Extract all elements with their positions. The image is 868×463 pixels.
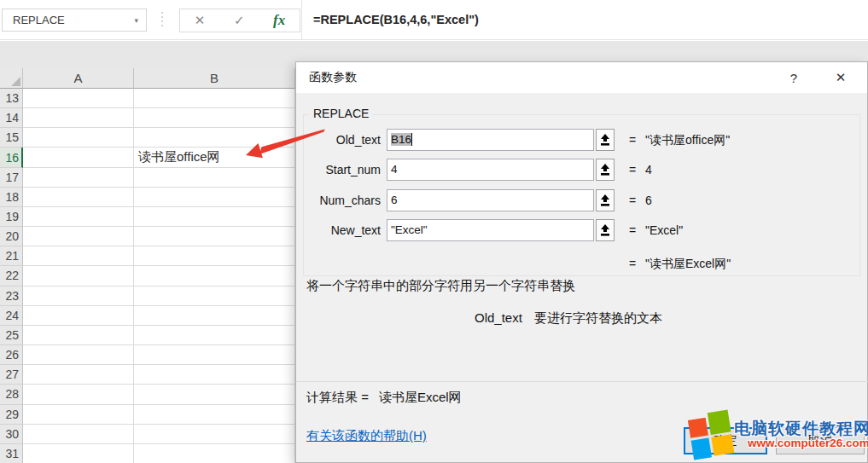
sheet-row-23: 23	[0, 286, 295, 306]
row-header-27[interactable]: 27	[0, 365, 23, 385]
cancel-entry-icon[interactable]: ✕	[195, 13, 206, 28]
cell-B31[interactable]	[134, 444, 295, 463]
row-header-25[interactable]: 25	[0, 326, 23, 345]
calc-result-line: 计算结果 =读书屋Excel网	[306, 390, 462, 406]
dialog-close-icon[interactable]: ✕	[829, 67, 853, 88]
num-chars-input[interactable]: 6	[387, 189, 594, 211]
cell-A21[interactable]	[23, 246, 134, 266]
cell-B21[interactable]	[134, 246, 295, 266]
cell-B13[interactable]	[134, 89, 295, 108]
row-header-16[interactable]: 16	[0, 148, 23, 167]
cell-A20[interactable]	[23, 227, 134, 246]
cell-A30[interactable]	[23, 425, 134, 444]
row-header-13[interactable]: 13	[0, 89, 23, 108]
cell-A31[interactable]	[23, 444, 134, 463]
cell-A23[interactable]	[23, 286, 134, 306]
cell-B23[interactable]	[134, 286, 295, 306]
row-header-20[interactable]: 20	[0, 227, 23, 246]
old-text-input[interactable]: B16	[387, 129, 594, 151]
name-box[interactable]: REPLACE ▾	[2, 9, 147, 32]
cell-A22[interactable]	[23, 266, 134, 286]
function-help-link[interactable]: 有关该函数的帮助(H)	[306, 428, 427, 444]
sheet-row-26: 26	[0, 345, 295, 365]
row-header-30[interactable]: 30	[0, 425, 23, 444]
start-num-input[interactable]: 4	[387, 159, 594, 181]
cell-A18[interactable]	[23, 188, 134, 207]
equals-sign: =	[629, 129, 641, 151]
row-header-15[interactable]: 15	[0, 128, 23, 148]
formula-bar: REPLACE ▾ ✕ ✓ fx =REPLACE(B16,4,6,"Excel…	[0, 0, 868, 40]
start-num-result: 4	[645, 159, 652, 181]
start-num-range-picker-button[interactable]	[596, 159, 615, 181]
formula-bar-drag-handle[interactable]	[161, 12, 163, 26]
row-header-31[interactable]: 31	[0, 444, 23, 463]
sheet-row-25: 25	[0, 326, 295, 345]
row-header-19[interactable]: 19	[0, 207, 23, 227]
cell-A28[interactable]	[23, 385, 134, 404]
cell-A14[interactable]	[23, 108, 134, 128]
column-header-B[interactable]: B	[134, 68, 295, 89]
cell-A15[interactable]	[23, 128, 134, 148]
row-header-21[interactable]: 21	[0, 246, 23, 266]
cell-A16[interactable]	[23, 148, 134, 167]
cell-A19[interactable]	[23, 207, 134, 227]
cell-A24[interactable]	[23, 306, 134, 326]
calc-result-value: 读书屋Excel网	[379, 390, 462, 404]
cell-A17[interactable]	[23, 168, 134, 188]
column-header-A[interactable]: A	[23, 68, 134, 89]
collapse-dialog-icon	[600, 224, 610, 237]
enter-entry-icon[interactable]: ✓	[234, 13, 245, 28]
cell-A27[interactable]	[23, 365, 134, 385]
row-header-18[interactable]: 18	[0, 188, 23, 207]
num-chars-range-picker-button[interactable]	[596, 189, 615, 211]
chevron-down-icon[interactable]: ▾	[134, 17, 138, 25]
cell-A25[interactable]	[23, 326, 134, 345]
cell-B22[interactable]	[134, 266, 295, 286]
new-text-range-picker-button[interactable]	[596, 219, 615, 241]
equals-sign: =	[629, 189, 641, 211]
dialog-titlebar[interactable]: 函数参数	[296, 62, 867, 93]
name-box-value: REPLACE	[13, 14, 65, 26]
row-header-14[interactable]: 14	[0, 108, 23, 128]
cell-B29[interactable]	[134, 405, 295, 425]
cell-B19[interactable]	[134, 207, 295, 227]
cancel-button[interactable]: 取消	[776, 427, 865, 454]
cell-A26[interactable]	[23, 345, 134, 365]
parameter-help: Old_text要进行字符替换的文本	[475, 310, 662, 327]
cell-B26[interactable]	[134, 345, 295, 365]
row-header-17[interactable]: 17	[0, 168, 23, 188]
parameter-name: Old_text	[475, 310, 522, 325]
sheet-row-13: 13	[0, 89, 295, 108]
old-text-range-picker-button[interactable]	[596, 129, 615, 151]
cell-A29[interactable]	[23, 405, 134, 425]
new-text-input[interactable]: "Excel"	[387, 219, 594, 241]
equals-sign: =	[629, 159, 641, 181]
row-header-26[interactable]: 26	[0, 345, 23, 365]
row-header-22[interactable]: 22	[0, 266, 23, 286]
num-chars-label: Num_chars	[301, 189, 381, 211]
row-header-29[interactable]: 29	[0, 405, 23, 425]
sheet-row-17: 17	[0, 168, 295, 188]
cell-B28[interactable]	[134, 385, 295, 404]
sheet-row-19: 19	[0, 207, 295, 227]
function-name-label: REPLACE	[309, 107, 373, 120]
formula-input[interactable]: =REPLACE(B16,4,6,"Excel")	[301, 0, 868, 39]
dialog-help-icon[interactable]: ?	[783, 67, 805, 88]
sheet-row-31: 31	[0, 444, 295, 463]
cell-B17[interactable]	[134, 168, 295, 188]
ok-button[interactable]: 确定	[684, 427, 767, 454]
select-all-corner[interactable]	[0, 68, 23, 89]
cell-B30[interactable]	[134, 425, 295, 444]
cell-B18[interactable]	[134, 188, 295, 207]
row-header-24[interactable]: 24	[0, 306, 23, 326]
old-text-value: B16	[391, 133, 411, 146]
cell-B27[interactable]	[134, 365, 295, 385]
insert-function-icon[interactable]: fx	[273, 12, 285, 29]
cell-A13[interactable]	[23, 89, 134, 108]
cell-B20[interactable]	[134, 227, 295, 246]
cell-B24[interactable]	[134, 306, 295, 326]
cell-B25[interactable]	[134, 326, 295, 345]
num-chars-result: 6	[645, 189, 652, 211]
row-header-23[interactable]: 23	[0, 286, 23, 306]
row-header-28[interactable]: 28	[0, 385, 23, 404]
